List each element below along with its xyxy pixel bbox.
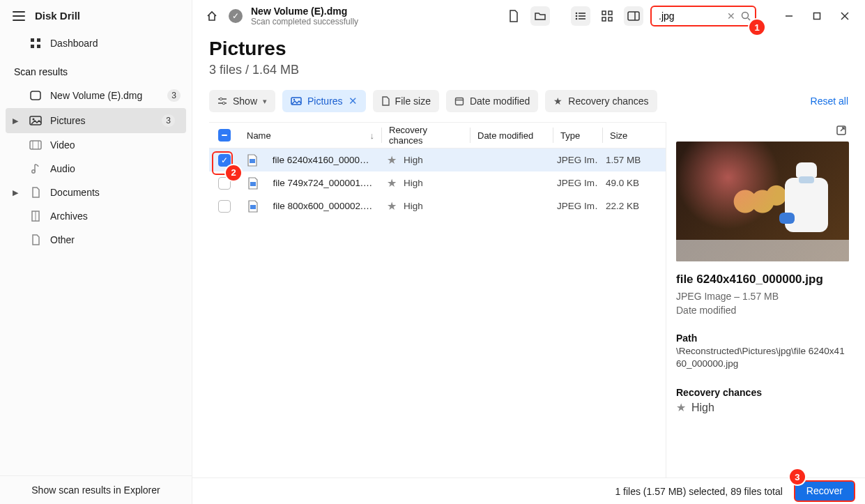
remove-filter-icon[interactable]: ✕ xyxy=(349,95,358,107)
svg-rect-21 xyxy=(608,17,612,21)
star-icon: ★ xyxy=(387,153,397,167)
select-all-checkbox[interactable] xyxy=(218,129,231,142)
grid-view-icon[interactable] xyxy=(597,6,617,26)
sidebar-item-other[interactable]: Other xyxy=(0,228,192,252)
preview-date-label: Date modified xyxy=(676,305,848,316)
star-icon: ★ xyxy=(387,199,397,213)
star-icon: ★ xyxy=(387,176,397,190)
column-type[interactable]: Type xyxy=(553,130,602,141)
recoverychances-filter[interactable]: ★ Recovery chances xyxy=(545,90,657,112)
grid-icon xyxy=(29,38,42,49)
film-icon xyxy=(29,140,42,150)
page-subtitle: 3 files / 1.64 MB xyxy=(209,63,848,77)
svg-point-33 xyxy=(222,102,225,105)
sidebar-item-volume[interactable]: New Volume (E).dmg 3 xyxy=(0,83,192,108)
svg-line-25 xyxy=(748,18,750,20)
column-date[interactable]: Date modified xyxy=(470,130,553,141)
column-recovery[interactable]: Recovery chances xyxy=(382,125,470,146)
table-row[interactable]: file 749x724_000001.jpg ★High JPEG Im… 4… xyxy=(209,171,666,194)
column-size[interactable]: Size xyxy=(603,130,666,141)
svg-rect-39 xyxy=(250,182,256,186)
svg-rect-19 xyxy=(608,11,612,15)
file-name: file 6240x4160_000000.... xyxy=(273,155,373,165)
sidebar-item-label: New Volume (E).dmg xyxy=(50,90,142,101)
document-icon xyxy=(29,187,42,198)
jpeg-file-icon xyxy=(247,200,259,213)
sidebar: Disk Drill Dashboard Scan results New Vo… xyxy=(0,0,192,504)
chip-label: Date modified xyxy=(470,96,530,107)
page-title: Pictures xyxy=(209,38,848,60)
sidebar-item-archives[interactable]: Archives xyxy=(0,204,192,228)
row-checkbox[interactable] xyxy=(218,200,231,213)
reset-all-button[interactable]: Reset all xyxy=(811,96,848,107)
table-row[interactable]: file 800x600_000002.jpg ★High JPEG Im… 2… xyxy=(209,194,666,217)
minimize-button[interactable] xyxy=(779,6,799,26)
sidebar-item-documents[interactable]: ▶ Documents xyxy=(0,181,192,204)
table-row[interactable]: ✓ 2 file 6240x4160_000000.... ★High JPEG… xyxy=(209,148,666,171)
preview-pane-icon[interactable] xyxy=(624,6,643,26)
maximize-button[interactable] xyxy=(806,6,827,26)
calendar-icon xyxy=(454,96,464,106)
sliders-icon xyxy=(217,97,227,105)
svg-point-9 xyxy=(32,170,35,173)
image-icon xyxy=(29,116,42,125)
svg-rect-0 xyxy=(31,38,34,42)
svg-point-24 xyxy=(742,13,749,19)
star-icon: ★ xyxy=(676,401,686,414)
file-size: 1.57 MB xyxy=(599,155,661,165)
file-type: JPEG Im… xyxy=(550,178,599,188)
svg-point-35 xyxy=(293,99,295,100)
recover-button[interactable]: Recover xyxy=(794,480,855,502)
chip-label: File size xyxy=(395,96,431,107)
svg-point-13 xyxy=(576,15,578,17)
datemodified-filter[interactable]: Date modified xyxy=(446,90,538,112)
preview-meta: JPEG Image – 1.57 MB xyxy=(676,291,848,302)
recovery-value: High xyxy=(404,155,423,165)
file-view-icon[interactable] xyxy=(504,6,523,26)
home-icon[interactable] xyxy=(202,6,222,26)
archive-icon xyxy=(29,211,42,222)
close-button[interactable] xyxy=(834,6,855,26)
sort-arrow-icon: ↓ xyxy=(370,130,375,141)
sidebar-item-pictures[interactable]: ▶ Pictures 3 xyxy=(6,108,186,133)
file-name: file 800x600_000002.jpg xyxy=(273,201,373,211)
preview-pane: file 6240x4160_000000.jpg JPEG Image – 1… xyxy=(666,122,848,504)
sidebar-item-label: Archives xyxy=(50,211,88,222)
pictures-filter[interactable]: Pictures ✕ xyxy=(282,90,366,112)
file-name: file 749x724_000001.jpg xyxy=(273,178,373,188)
sidebar-item-audio[interactable]: Audio xyxy=(0,157,192,181)
menu-icon[interactable] xyxy=(13,11,25,21)
scan-status-icon: ✓ xyxy=(229,9,243,23)
svg-point-32 xyxy=(220,98,222,100)
show-in-explorer-button[interactable]: Show scan results in Explorer xyxy=(0,475,192,504)
music-note-icon xyxy=(29,163,42,174)
chevron-right-icon: ▶ xyxy=(13,116,18,125)
column-name[interactable]: Name↓ xyxy=(240,130,381,141)
sidebar-item-label: Dashboard xyxy=(50,38,98,49)
preview-filename: file 6240x4160_000000.jpg xyxy=(676,273,848,287)
svg-point-5 xyxy=(33,119,35,121)
app-title: Disk Drill xyxy=(35,10,80,22)
file-size: 49.0 KB xyxy=(599,178,661,188)
sidebar-item-video[interactable]: Video xyxy=(0,133,192,157)
sidebar-item-dashboard[interactable]: Dashboard xyxy=(0,31,192,55)
jpeg-file-icon xyxy=(247,177,259,190)
drive-icon xyxy=(29,91,42,100)
callout-1: 1 xyxy=(749,20,765,35)
recovery-value: High xyxy=(404,201,423,211)
search-icon[interactable] xyxy=(741,11,751,21)
chip-label: Recovery chances xyxy=(568,96,648,107)
filesize-filter[interactable]: File size xyxy=(373,90,439,112)
show-filter[interactable]: Show ▾ xyxy=(209,90,275,112)
recovery-value: High xyxy=(404,178,423,188)
sidebar-item-label: Documents xyxy=(50,187,100,198)
callout-2: 2 xyxy=(226,165,241,181)
file-type: JPEG Im… xyxy=(550,201,599,211)
svg-rect-27 xyxy=(814,13,820,20)
popout-icon[interactable] xyxy=(836,125,847,136)
list-view-icon[interactable] xyxy=(571,6,590,26)
row-checkbox[interactable]: ✓ xyxy=(218,154,231,167)
clear-search-icon[interactable]: ✕ xyxy=(727,10,735,22)
file-size: 22.2 KB xyxy=(599,201,661,211)
folder-view-icon[interactable] xyxy=(530,6,550,26)
